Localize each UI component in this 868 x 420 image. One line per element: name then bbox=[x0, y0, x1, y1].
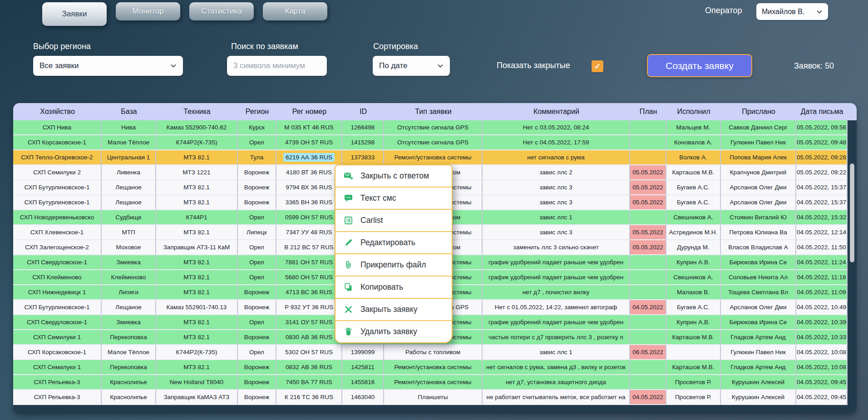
cell: М 035 КТ 46 RUS bbox=[276, 120, 342, 135]
context-menu-item[interactable]: Прикрепить файл bbox=[335, 254, 452, 277]
copy-icon bbox=[344, 282, 353, 292]
cell: Орел bbox=[238, 210, 276, 225]
cell: СХП Нижнедевицк 1 bbox=[13, 285, 102, 300]
column-header[interactable]: Исполнил bbox=[666, 103, 721, 120]
cell: график удобрений падает раньше чем удобр… bbox=[483, 270, 630, 285]
column-header[interactable]: ID bbox=[342, 103, 384, 120]
column-header[interactable]: План bbox=[630, 103, 666, 120]
cell: СХП Семилуки 2 bbox=[13, 165, 102, 180]
cell bbox=[630, 255, 666, 270]
region-select[interactable]: Все заявки bbox=[33, 56, 183, 76]
table-row[interactable]: СХП Корсаковское-1Малое ТёплоеК744Р2(К-7… bbox=[13, 345, 848, 360]
cell: Орел bbox=[238, 315, 276, 330]
context-menu-item[interactable]: Удалить заявку bbox=[335, 321, 452, 342]
cell: 3141 ОУ 57 RUS bbox=[276, 315, 342, 330]
table-row[interactable]: СХП НиваНиваКамаз 552900-740.62КурскМ 03… bbox=[13, 120, 848, 135]
operator-select[interactable]: Михайлов В. bbox=[756, 3, 828, 20]
table-row[interactable]: СХП Тепло-Огаревское-2Центральная 1МТЗ 8… bbox=[13, 150, 848, 165]
cell: 04.05.2022, 12:14 bbox=[796, 225, 848, 240]
cell: Куприн А.В. bbox=[666, 315, 721, 330]
table-row[interactable]: СХП Семилуки 1ПерекоповкаМТЗ 82.1Воронеж… bbox=[13, 360, 848, 375]
cell: завис ллс 1 bbox=[483, 210, 630, 225]
table-row[interactable]: СХП Репьевка-3КраснолипьеNew Holland T80… bbox=[13, 375, 848, 390]
cell: Заправщик АТЗ-11 КаМ bbox=[156, 240, 238, 255]
tab-monitor[interactable]: Монитор bbox=[116, 2, 180, 20]
cell: 1399099 bbox=[342, 345, 384, 360]
cell bbox=[630, 150, 666, 165]
create-request-button[interactable]: Создать заявку bbox=[647, 54, 752, 77]
cell: СХП Нива bbox=[13, 120, 102, 135]
cell: Бугаев А.С. bbox=[666, 180, 721, 195]
cell: 6219 АА 36 RUS bbox=[276, 150, 342, 165]
tab-zayavki[interactable]: Заявки bbox=[42, 2, 107, 26]
cell: К744Р2(К-735) bbox=[156, 135, 238, 150]
cell: 7881 ОН 57 RUS bbox=[276, 255, 342, 270]
cell: 04.05.2022 bbox=[630, 390, 666, 405]
cell: Воронеж bbox=[238, 360, 276, 375]
column-header[interactable]: Регион bbox=[238, 103, 276, 120]
context-menu-item[interactable]: Редактировать bbox=[335, 232, 452, 254]
context-menu-item[interactable]: Копировать bbox=[335, 277, 452, 299]
cell: 1415298 bbox=[342, 135, 384, 150]
context-menu-item[interactable]: Закрыть заявку bbox=[335, 299, 452, 321]
cell: МТЗ 82.1 bbox=[156, 195, 238, 210]
cell: 05.05.2022 bbox=[630, 195, 666, 210]
cell: нет д7 , почистил вилку bbox=[483, 285, 630, 300]
cell: МТП bbox=[102, 225, 156, 240]
context-menu-item[interactable]: Текст смс bbox=[335, 188, 452, 210]
scrollbar-thumb[interactable] bbox=[850, 163, 854, 262]
table-row[interactable]: СХП Корсаковское-1Малое ТёплоеК744Р2(К-7… bbox=[13, 135, 848, 150]
cell: Лещаное bbox=[102, 180, 156, 195]
table-row[interactable]: СХП Репьевка-3КраснолипьеЗаправщик КаМАЗ… bbox=[13, 390, 848, 405]
cell: 4713 ВС 36 RUS bbox=[276, 285, 342, 300]
cell: Просветов Р. bbox=[666, 375, 721, 390]
cell: Ремонт/установка системы bbox=[384, 375, 483, 390]
sort-label: Сортировка bbox=[373, 42, 418, 51]
cell: не работает считыватель меток, все работ… bbox=[483, 390, 630, 405]
column-header[interactable]: Хозяйство bbox=[13, 103, 102, 120]
context-menu-item[interactable]: Carlist bbox=[335, 210, 452, 232]
cell: 4739 ОН 57 RUS bbox=[276, 135, 342, 150]
cell: Лещаное bbox=[102, 300, 156, 315]
sort-value: По дате bbox=[379, 61, 407, 70]
cell: СХП Корсаковское-1 bbox=[13, 345, 102, 360]
cell: К744Р1 bbox=[156, 210, 238, 225]
cell: СХП Свердловское-1 bbox=[13, 315, 102, 330]
column-header[interactable]: Дата письма bbox=[796, 103, 848, 120]
column-header[interactable]: База bbox=[102, 103, 156, 120]
cell bbox=[630, 315, 666, 330]
tab-statistika[interactable]: Статистика bbox=[189, 2, 254, 20]
cell: 1425811 bbox=[342, 360, 384, 375]
sort-select[interactable]: По дате bbox=[373, 56, 450, 76]
cell: Воронеж bbox=[238, 195, 276, 210]
cell: 04.05.2022, 10:49 bbox=[796, 300, 848, 315]
search-input[interactable] bbox=[227, 56, 327, 76]
column-header[interactable]: Техника bbox=[156, 103, 238, 120]
cell: 05.05.2022 bbox=[630, 240, 666, 255]
cell: Крапчунов Дмитрий bbox=[721, 165, 796, 180]
cell bbox=[630, 330, 666, 345]
cell: 04.05.2022, 15:37 bbox=[796, 180, 848, 195]
column-header[interactable]: Тип заявки bbox=[384, 103, 483, 120]
cell: New Holland T8040 bbox=[156, 375, 238, 390]
context-menu-item[interactable]: Закрыть с ответом bbox=[335, 165, 452, 188]
column-header[interactable]: Рег номер bbox=[276, 103, 342, 120]
show-closed-checkbox[interactable]: ✓ bbox=[592, 60, 603, 72]
cell: Власов Владислав А bbox=[721, 240, 796, 255]
cell: МТЗ 82.1 bbox=[156, 285, 238, 300]
cell: СХП Репьевка-3 bbox=[13, 375, 102, 390]
cell: Дурунда М. bbox=[666, 240, 721, 255]
cell bbox=[630, 360, 666, 375]
context-menu-item-label: Удалить заявку bbox=[360, 327, 417, 336]
context-menu-item-label: Копировать bbox=[360, 282, 403, 292]
search-label: Поиск по заявкам bbox=[231, 42, 298, 51]
cell: 05.05.2022 bbox=[630, 225, 666, 240]
tab-karta[interactable]: Карта bbox=[263, 2, 327, 20]
cell: Мальцев М. bbox=[666, 120, 721, 135]
column-header[interactable]: Комментарий bbox=[483, 103, 630, 120]
column-header[interactable]: Прислано bbox=[721, 103, 796, 120]
cell: МТЗ 82.1 bbox=[156, 330, 238, 345]
cell: 05.05.2022, 09:56 bbox=[796, 120, 848, 135]
cell bbox=[630, 270, 666, 285]
cell: нет сигналов с рума, замена д3 , вилку и… bbox=[483, 360, 630, 375]
